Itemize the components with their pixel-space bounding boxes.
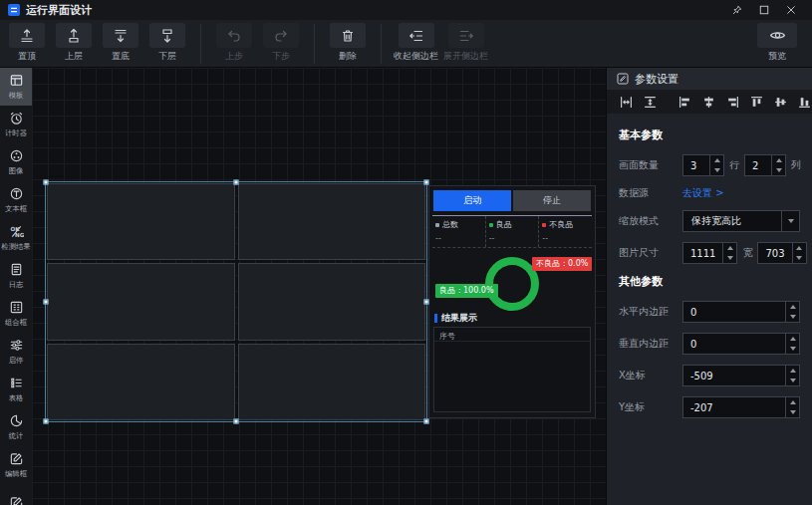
h-padding-spinner[interactable] [785,302,799,322]
stat-value: -- [435,234,482,243]
v-padding-input[interactable]: 0 [682,333,800,355]
image-width-spinner[interactable] [722,243,736,263]
selection-handle-w[interactable] [44,300,49,305]
redo-icon [273,28,289,44]
v-space-icon[interactable] [644,96,657,109]
svg-text:NG: NG [15,232,24,238]
rows-value: 3 [683,155,709,175]
titlebar: 运行界面设计 [0,0,812,20]
h-padding-input[interactable]: 0 [682,301,800,323]
field-label: X坐标 [619,369,682,382]
bad-dot-icon [542,223,546,227]
move-layer-down-button[interactable]: 下层 [146,23,188,63]
selection-handle-nw[interactable] [44,180,49,185]
rows-spinner[interactable] [709,155,723,175]
sidebar-item-combobox[interactable]: 组合框 [0,295,32,333]
pin-icon[interactable] [732,5,742,15]
result-section-title: 结果展示 [441,312,477,325]
move-layer-up-button[interactable]: 上层 [53,23,95,63]
maximize-icon[interactable] [759,5,769,15]
close-icon[interactable] [786,5,796,15]
selection-handle-ne[interactable] [424,180,429,185]
runtime-panel-widget[interactable]: 启动 停止 总数 -- 良品 -- 不良品 -- 不良品：0.0% [428,185,596,418]
toolbar-button-label: 预览 [768,50,786,63]
sidebar-item-template[interactable]: 模板 [0,68,32,106]
send-to-back-icon [113,28,129,44]
undo-button[interactable]: 上步 [213,23,255,63]
image-cell [238,263,426,340]
image-width-value: 1111 [683,243,722,263]
scale-mode-select[interactable]: 保持宽高比 [682,210,800,232]
design-canvas[interactable]: 启动 停止 总数 -- 良品 -- 不良品 -- 不良品：0.0% [32,68,606,505]
window-title: 运行界面设计 [26,3,92,18]
align-right-icon[interactable] [726,96,739,109]
image-height-spinner[interactable] [792,243,806,263]
delete-button[interactable]: 删除 [327,23,369,63]
v-padding-value: 0 [683,334,785,354]
sidebar-item-editbox[interactable]: 编辑框 [0,446,32,484]
stat-value: -- [542,234,589,243]
collapse-sidebar-button[interactable]: 收起侧边栏 [394,23,438,63]
cols-input[interactable]: 2 [744,154,786,176]
image-grid [47,183,425,420]
sidebar-item-statistics[interactable]: 统计 [0,408,32,446]
bring-to-front-button[interactable]: 置顶 [6,23,48,63]
x-coordinate-input[interactable]: -509 [682,365,800,386]
combobox-icon [9,300,24,315]
y-coordinate-input[interactable]: -207 [682,396,800,418]
selection-handle-s[interactable] [234,419,239,424]
align-middle-v-icon[interactable] [774,96,787,109]
sidebar-item-label: 图像 [9,165,24,175]
sidebar-item-log[interactable]: 日志 [0,257,32,295]
selection-handle-sw[interactable] [44,419,49,424]
sidebar-item-timer[interactable]: 计时器 [0,106,32,143]
selection-handle-se[interactable] [424,419,429,424]
preview-button[interactable]: 预览 [756,23,798,63]
selected-template-widget[interactable] [45,181,427,422]
image-height-value: 703 [758,243,791,263]
sidebar-item-label: 检测结果 [1,241,30,251]
h-space-icon[interactable] [620,96,633,109]
y-coordinate-row: Y坐标 -207 [619,396,800,418]
redo-button[interactable]: 下步 [260,23,302,63]
x-coordinate-spinner[interactable] [785,366,799,385]
selection-handle-n[interactable] [234,180,239,185]
x-coordinate-value: -509 [683,366,785,385]
y-coordinate-spinner[interactable] [785,397,799,417]
chevron-down-icon [781,211,799,231]
datasource-settings-link[interactable]: 去设置 > [682,186,724,200]
sidebar-item-table[interactable]: 表格 [0,371,32,408]
stat-total: 总数 -- [432,216,485,247]
align-center-h-icon[interactable] [702,96,715,109]
toolbar-button-label: 下步 [272,50,290,63]
sidebar-item-textbox[interactable]: 文本框 [0,181,32,219]
image-cell [47,344,235,420]
sidebar-item-image[interactable]: 图像 [0,143,32,181]
send-to-back-button[interactable]: 置底 [100,23,141,63]
cols-spinner[interactable] [771,155,785,175]
template-icon [9,73,24,88]
align-left-icon[interactable] [678,96,691,109]
sidebar-item-editbox-2[interactable] [0,484,32,505]
align-bottom-icon[interactable] [798,96,811,109]
sidebar-item-result[interactable]: OKNG 检测结果 [0,219,32,257]
rows-input[interactable]: 3 [682,154,724,176]
sliders-icon [9,338,24,353]
align-top-icon[interactable] [750,96,763,109]
sidebar-item-label: 文本框 [5,203,27,213]
v-padding-spinner[interactable] [785,334,799,354]
stat-label: 不良品 [549,219,573,230]
start-button[interactable]: 启动 [433,190,511,211]
toolbar-separator [200,24,201,64]
selection-handle-e[interactable] [424,300,429,305]
image-width-input[interactable]: 1111 [682,242,737,264]
sidebar-item-startstop[interactable]: 启停 [0,333,32,371]
toolbar-button-label: 下层 [158,50,176,63]
image-height-input[interactable]: 703 [757,242,806,264]
move-layer-up-icon [66,28,82,44]
align-toolbar [607,90,812,114]
expand-sidebar-button[interactable]: 展开侧边栏 [443,23,488,63]
stop-button[interactable]: 停止 [513,190,591,211]
sidebar-item-label: 编辑框 [5,468,27,478]
total-dot-icon [435,223,439,227]
